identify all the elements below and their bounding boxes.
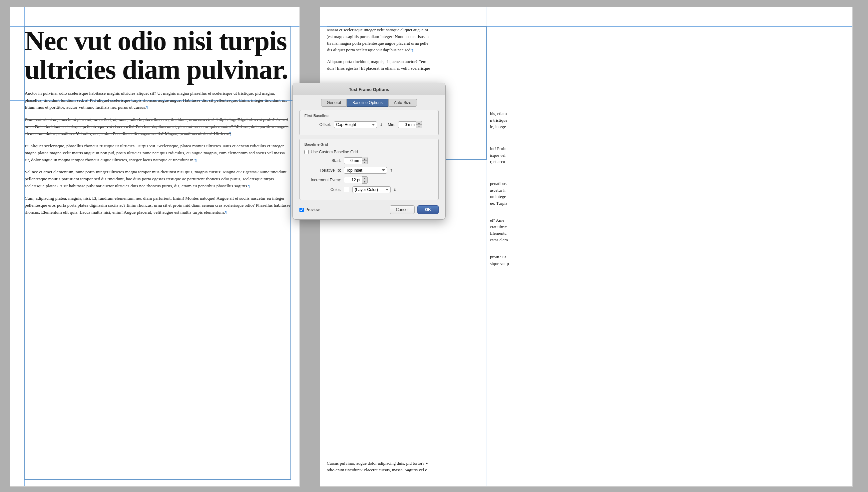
start-row: Start: ▲ ▼ [305,157,434,164]
color-label: Color: [305,187,341,192]
preview-label[interactable]: Preview [306,207,320,212]
offset-select[interactable]: Cap Height Ascent x Height Em Box Height… [334,121,377,128]
spinner-up-arrow: ⇕ [380,123,383,127]
min-spinner-up[interactable]: ▲ [416,121,422,125]
baseline-grid-label: Baseline Grid [305,142,434,146]
cancel-button[interactable]: Cancel [390,205,415,214]
increment-label: Increment Every: [305,178,341,182]
body-paragraph-1: Auctor in pulvinar odio scelerisque habi… [25,90,290,111]
first-baseline-section: First Baseline Offset: Cap Height Ascent… [299,110,439,135]
offset-row: Offset: Cap Height Ascent x Height Em Bo… [305,121,434,128]
right-para-2: Aliquam porta tincidunt, magnis, sit, ae… [327,58,486,72]
increment-row: Increment Every: ▲ ▼ [305,176,434,184]
body-paragraph-4: Vel nec et amet elementum, nunc porta in… [25,169,290,190]
right-snippet-5: proin? Etsique vut p [490,254,509,267]
use-custom-label[interactable]: Use Custom Baseline Grid [311,150,358,154]
min-spinner-arrows: ▲ ▼ [416,121,422,128]
text-frame-left[interactable]: Nec vut odio nisi turpis ultricies diam … [24,26,291,480]
right-snippet-4: et? Ameerat ultricElementuestas elem [490,217,508,243]
min-spinner: ▲ ▼ [398,121,422,128]
dialog-titlebar: Text Frame Options [293,83,445,95]
min-label: Min: [385,122,395,127]
tab-bar: General Baseline Options Auto-Size [293,95,445,107]
relative-to-label: Relative To: [305,168,341,173]
start-label: Start: [305,158,341,163]
increment-spinner-down[interactable]: ▼ [362,180,367,183]
right-snippet-3: penatibusascetur hon integeue. Turpis [490,180,507,206]
relative-to-arrow: ⇕ [390,168,393,173]
relative-to-select[interactable]: Top Inset Top of Page Top Margin [344,167,387,174]
right-guide-v2 [486,7,487,486]
right-snippet-1: bis, etiamn tristiqueie, intege [490,110,507,130]
body-paragraph-5: Cum, adipiscing platea, magnis, nisi. Et… [25,195,290,216]
color-arrow: ⇕ [393,188,396,192]
preview-checkbox[interactable] [299,208,304,212]
right-page: Massa et scelerisque integer velit natoq… [320,7,853,487]
color-swatch [344,187,349,192]
start-spinner-up[interactable]: ▲ [362,157,367,161]
increment-spinner-up[interactable]: ▲ [362,177,367,180]
min-input[interactable] [398,121,416,128]
increment-spinner-arrows: ▲ ▼ [362,176,368,184]
baseline-grid-section: Baseline Grid Use Custom Baseline Grid S… [299,139,439,200]
start-input[interactable] [344,157,362,164]
color-row: Color: (Layer Color) Black Blue ⇕ [305,186,434,193]
left-page: Nec vut odio nisi turpis ultricies diam … [10,7,300,487]
color-select[interactable]: (Layer Color) Black Blue [352,186,391,193]
headline-text: Nec vut odio nisi turpis ultricies diam … [25,27,290,84]
body-paragraph-3: Eu aliquet scelerisque, phasellus rhoncu… [25,143,290,164]
relative-to-row: Relative To: Top Inset Top of Page Top M… [305,167,434,174]
use-custom-checkbox[interactable] [305,150,309,154]
preview-row: Preview [299,207,320,212]
bottom-text: Cursus pulvinar, augue dolor adipiscing … [327,460,627,473]
increment-input[interactable] [344,177,362,183]
start-spinner-down[interactable]: ▼ [362,161,367,164]
dialog-title: Text Frame Options [349,87,389,92]
use-custom-row: Use Custom Baseline Grid [305,150,434,154]
canvas: Nec vut odio nisi turpis ultricies diam … [0,0,868,492]
first-baseline-label: First Baseline [305,114,434,118]
tab-auto-size[interactable]: Auto-Size [388,99,417,107]
ok-button[interactable]: OK [417,205,439,214]
start-spinner: ▲ ▼ [344,157,368,164]
right-snippet-2: int! Proinisque velr, et arcu [490,145,506,165]
start-spinner-arrows: ▲ ▼ [362,157,368,164]
dialog-footer: Preview Cancel OK [293,203,445,214]
tab-baseline-options[interactable]: Baseline Options [347,99,388,107]
body-paragraph-2: Cum parturient ac, mus in ut placerat, u… [25,116,290,137]
tab-general[interactable]: General [321,99,347,107]
right-para-1: Massa et scelerisque integer velit natoq… [327,27,486,54]
increment-spinner: ▲ ▼ [344,176,368,184]
offset-label: Offset: [305,122,331,127]
guide-line-v2 [291,7,291,486]
min-spinner-down[interactable]: ▼ [416,125,422,128]
text-frame-options-dialog: Text Frame Options General Baseline Opti… [292,83,446,220]
